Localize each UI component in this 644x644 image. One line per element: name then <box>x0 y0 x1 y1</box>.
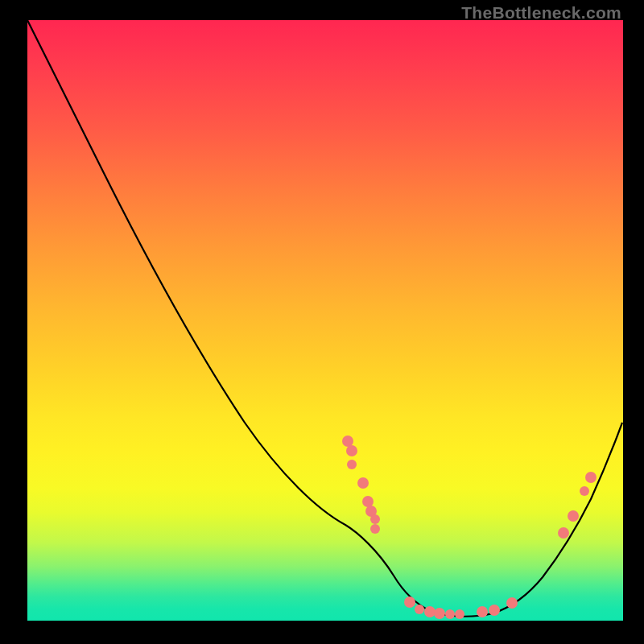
curve-marker <box>434 608 445 619</box>
curve-marker <box>585 472 597 483</box>
curve-marker <box>370 524 380 534</box>
curve-line <box>27 20 622 617</box>
curve-marker <box>506 597 518 609</box>
curve-marker <box>357 477 369 489</box>
curve-marker <box>370 514 380 524</box>
curve-markers <box>342 436 597 619</box>
curve-marker <box>424 606 436 617</box>
curve-marker <box>342 436 353 447</box>
curve-marker <box>415 605 424 614</box>
curve-marker <box>580 486 589 496</box>
bottleneck-curve-chart <box>27 20 623 621</box>
curve-marker <box>347 460 357 469</box>
curve-marker <box>362 496 374 507</box>
curve-marker <box>455 609 464 619</box>
curve-marker <box>489 605 500 616</box>
curve-marker <box>568 510 579 522</box>
curve-marker <box>477 606 488 617</box>
curve-marker <box>445 609 455 619</box>
curve-marker <box>346 445 357 456</box>
curve-marker <box>404 597 415 608</box>
curve-marker <box>558 527 569 539</box>
